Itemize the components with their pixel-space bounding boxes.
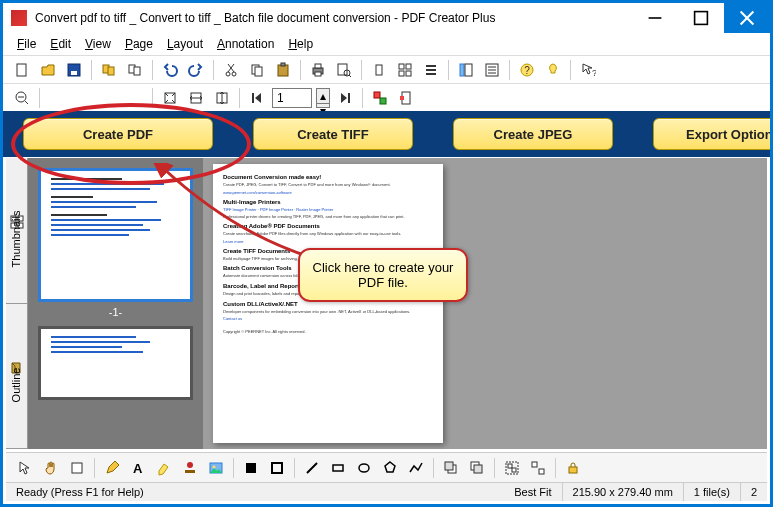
maximize-button[interactable] (678, 3, 724, 33)
doc-text: Create PDF, JPEG, Convert to TIFF, Conve… (223, 182, 433, 188)
menu-page[interactable]: Page (119, 35, 159, 53)
stamp-icon[interactable] (179, 457, 201, 479)
main-toolbar: ? ? (3, 55, 770, 83)
svg-rect-22 (338, 64, 347, 75)
fill-black-icon[interactable] (240, 457, 262, 479)
pencil-icon[interactable] (101, 457, 123, 479)
lock-icon[interactable] (562, 457, 584, 479)
fit-width-icon[interactable] (185, 87, 207, 109)
outline-tab-label: Outline (11, 367, 23, 402)
thumb-panel-icon[interactable] (455, 59, 477, 81)
document-preview[interactable]: Document Conversion made easy! Create PD… (203, 158, 767, 449)
hand-tool-icon[interactable] (40, 457, 62, 479)
ungroup-icon[interactable] (527, 457, 549, 479)
svg-rect-73 (333, 465, 343, 471)
thumbnails-tab[interactable]: Thumbnails (6, 158, 27, 304)
status-pagecount: 2 (741, 483, 767, 501)
view-grid-icon[interactable] (394, 59, 416, 81)
page-number-input[interactable]: 1 (272, 88, 312, 108)
first-page-icon[interactable] (246, 87, 268, 109)
paste-icon[interactable] (272, 59, 294, 81)
menu-help[interactable]: Help (282, 35, 319, 53)
color-tool-icon[interactable] (395, 87, 417, 109)
import-pages-icon[interactable] (98, 59, 120, 81)
menu-layout[interactable]: Layout (161, 35, 209, 53)
save-icon[interactable] (63, 59, 85, 81)
svg-text:A: A (133, 461, 143, 476)
highlight-icon[interactable] (153, 457, 175, 479)
copy-icon[interactable] (246, 59, 268, 81)
text-icon[interactable]: A (127, 457, 149, 479)
callout-text: Click here to create your PDF file. (313, 260, 454, 290)
line-icon[interactable] (301, 457, 323, 479)
thumbnail-label-1: -1- (38, 306, 193, 318)
export-options-button[interactable]: Export Options (653, 118, 773, 150)
menu-file[interactable]: File (11, 35, 42, 53)
svg-point-11 (226, 72, 230, 76)
thumbnail-page-2[interactable] (38, 326, 193, 400)
title-bar: Convert pdf to tiff _ Convert to tiff _ … (3, 3, 770, 33)
image-icon[interactable] (205, 457, 227, 479)
print-preview-icon[interactable] (333, 59, 355, 81)
fill-none-icon[interactable] (266, 457, 288, 479)
last-page-icon[interactable] (334, 87, 356, 109)
svg-rect-82 (532, 462, 537, 467)
context-help-icon[interactable]: ? (577, 59, 599, 81)
view-single-icon[interactable] (368, 59, 390, 81)
ellipse-shape-icon[interactable] (353, 457, 375, 479)
status-fit: Best Fit (504, 483, 562, 501)
polygon-icon[interactable] (379, 457, 401, 479)
send-back-icon[interactable] (466, 457, 488, 479)
group-icon[interactable] (501, 457, 523, 479)
create-jpeg-button[interactable]: Create JPEG (453, 118, 613, 150)
cut-icon[interactable] (220, 59, 242, 81)
svg-rect-1 (695, 12, 708, 25)
rect-shape-icon[interactable] (327, 457, 349, 479)
menu-view[interactable]: View (79, 35, 117, 53)
help-icon[interactable]: ? (516, 59, 538, 81)
open-icon[interactable] (37, 59, 59, 81)
menu-annotation[interactable]: Annotation (211, 35, 280, 53)
create-pdf-button[interactable]: Create PDF (23, 118, 213, 150)
export-pages-icon[interactable] (124, 59, 146, 81)
tips-icon[interactable] (542, 59, 564, 81)
zoom-out-icon[interactable] (11, 87, 33, 109)
pointer-tool-icon[interactable] (14, 457, 36, 479)
create-tiff-button[interactable]: Create TIFF (253, 118, 413, 150)
select-tool-icon[interactable] (369, 87, 391, 109)
zoom-toolbar: 1 ▴ ▾ (3, 83, 770, 111)
svg-rect-34 (465, 64, 472, 76)
menu-edit[interactable]: Edit (44, 35, 77, 53)
svg-text:?: ? (592, 68, 596, 78)
svg-rect-64 (72, 463, 82, 473)
thumbnail-panel: -1- (28, 158, 203, 449)
svg-rect-33 (460, 64, 464, 76)
close-button[interactable] (724, 3, 770, 33)
fit-page-icon[interactable] (159, 87, 181, 109)
svg-line-24 (349, 75, 351, 77)
svg-line-44 (25, 101, 28, 104)
minimize-button[interactable] (632, 3, 678, 33)
svg-rect-84 (569, 467, 577, 473)
svg-rect-20 (315, 64, 321, 68)
svg-rect-83 (539, 469, 544, 474)
view-list-icon[interactable] (420, 59, 442, 81)
window-title: Convert pdf to tiff _ Convert to tiff _ … (35, 11, 632, 25)
export-button-bar: Create PDF Create TIFF Create JPEG Expor… (3, 111, 770, 157)
thumbnail-page-1[interactable] (38, 168, 193, 302)
svg-rect-71 (272, 463, 282, 473)
outline-panel-icon[interactable] (481, 59, 503, 81)
redo-icon[interactable] (185, 59, 207, 81)
note-icon[interactable] (66, 457, 88, 479)
fit-height-icon[interactable] (211, 87, 233, 109)
undo-icon[interactable] (159, 59, 181, 81)
print-icon[interactable] (307, 59, 329, 81)
new-icon[interactable] (11, 59, 33, 81)
outline-tab[interactable]: Outline (6, 304, 27, 450)
bring-front-icon[interactable] (440, 457, 462, 479)
svg-point-12 (232, 72, 236, 76)
svg-rect-78 (474, 465, 482, 473)
page-up-button[interactable]: ▴ (317, 89, 329, 104)
polyline-icon[interactable] (405, 457, 427, 479)
status-filecount: 1 file(s) (684, 483, 741, 501)
